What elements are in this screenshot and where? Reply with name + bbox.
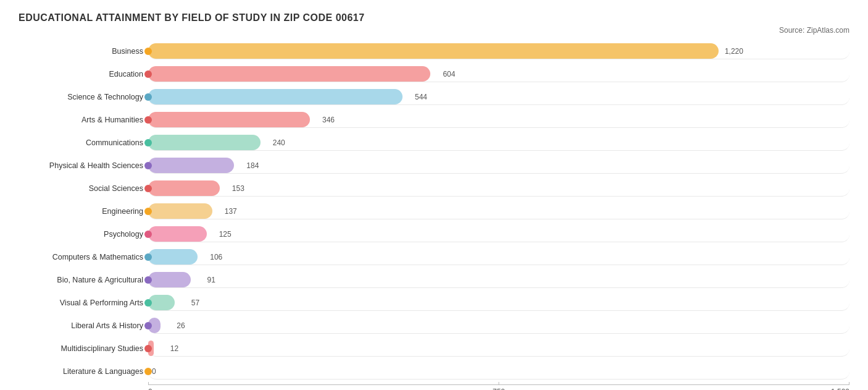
- bar-row: Physical & Health Sciences184: [19, 155, 849, 176]
- bar-value-label: 106: [210, 253, 222, 261]
- bar-dot: [144, 139, 152, 146]
- bar-value-label: 125: [219, 230, 232, 239]
- bar-value-label: 26: [177, 321, 185, 330]
- bar-container: 106: [148, 249, 849, 265]
- bar-row: Liberal Arts & History26: [19, 315, 849, 336]
- bar-container: 184: [148, 158, 849, 174]
- bar-fill: 346: [148, 112, 310, 127]
- bar-row: Bio, Nature & Agricultural91: [19, 269, 849, 290]
- bar-dot: [144, 345, 152, 352]
- bar-dot: [144, 185, 152, 192]
- bar-container: 57: [148, 295, 849, 311]
- bar-value-label: 137: [225, 207, 237, 216]
- bar-value-label: 184: [246, 161, 259, 170]
- bar-fill: 604: [148, 66, 430, 82]
- bar-row: Science & Technology544: [19, 87, 849, 108]
- chart-title: EDUCATIONAL ATTAINMENT BY FIELD OF STUDY…: [19, 12, 849, 23]
- bar-fill: 12: [148, 341, 154, 356]
- bar-label: Psychology: [19, 230, 148, 239]
- bar-row: Engineering137: [19, 201, 849, 222]
- bar-container: 604: [148, 66, 849, 82]
- bar-container: 346: [148, 112, 849, 128]
- bar-container: 12: [148, 341, 849, 357]
- bar-value-label: 240: [273, 138, 285, 147]
- bar-label: Liberal Arts & History: [19, 321, 148, 330]
- bar-fill: 137: [148, 203, 212, 219]
- x-axis-label: 750: [493, 388, 505, 390]
- bar-row: Communications240: [19, 132, 849, 153]
- bar-value-label: 346: [322, 116, 335, 124]
- bar-label: Literature & Languages: [19, 367, 148, 376]
- bar-fill: 106: [148, 249, 198, 265]
- bar-label: Engineering: [19, 207, 148, 216]
- bar-dot: [144, 162, 152, 169]
- bar-container: 125: [148, 226, 849, 242]
- bar-label: Bio, Nature & Agricultural: [19, 276, 148, 284]
- bar-dot: [144, 322, 152, 329]
- bar-label: Science & Technology: [19, 93, 148, 101]
- bar-row: Multidisciplinary Studies12: [19, 338, 849, 359]
- bar-value-label: 604: [443, 70, 455, 78]
- bar-value-label: 91: [207, 276, 215, 284]
- bar-container: 544: [148, 89, 849, 105]
- bar-row: Psychology125: [19, 224, 849, 245]
- bar-label: Computers & Mathematics: [19, 253, 148, 261]
- bar-dot: [144, 48, 152, 55]
- bar-fill: 125: [148, 226, 207, 242]
- bar-dot: [144, 231, 152, 238]
- bar-label: Visual & Performing Arts: [19, 299, 148, 307]
- bar-fill: 1,220: [148, 43, 719, 59]
- bar-container: 137: [148, 203, 849, 219]
- bar-label: Physical & Health Sciences: [19, 161, 148, 170]
- bar-row: Arts & Humanities346: [19, 109, 849, 130]
- bar-fill: 153: [148, 180, 220, 196]
- x-axis: 07501,500: [19, 384, 849, 390]
- bar-value-label: 57: [191, 299, 199, 307]
- bar-fill: 91: [148, 272, 191, 287]
- bar-row: Computers & Mathematics106: [19, 247, 849, 268]
- bar-label: Business: [19, 47, 148, 56]
- bar-container: 26: [148, 318, 849, 334]
- bar-fill: 240: [148, 135, 261, 150]
- bar-label: Education: [19, 70, 148, 78]
- bar-value-label: 153: [232, 184, 244, 193]
- bar-dot: [144, 70, 152, 78]
- bar-row: Business1,220: [19, 41, 849, 62]
- chart-area: Business1,220Education604Science & Techn…: [19, 41, 849, 390]
- bar-dot: [144, 208, 152, 215]
- x-axis-label: 1,500: [831, 388, 849, 390]
- bar-container: 240: [148, 135, 849, 151]
- bar-row: Education604: [19, 64, 849, 85]
- bar-dot: [144, 253, 152, 261]
- bar-fill: 26: [148, 318, 161, 333]
- x-axis-label: 0: [148, 388, 152, 390]
- bar-container: 1,220: [148, 43, 849, 59]
- bar-row: Visual & Performing Arts57: [19, 292, 849, 313]
- bar-dot: [144, 93, 152, 101]
- bar-label: Communications: [19, 138, 148, 147]
- bar-dot: [144, 299, 152, 307]
- bar-value-label: 544: [415, 93, 427, 101]
- bar-fill: 544: [148, 89, 403, 104]
- bar-label: Arts & Humanities: [19, 116, 148, 124]
- bar-container: 153: [148, 180, 849, 197]
- bars-section: Business1,220Education604Science & Techn…: [19, 41, 849, 382]
- bar-row: Literature & Languages0: [19, 361, 849, 382]
- x-axis-container: 07501,500: [148, 384, 849, 390]
- bar-label: Multidisciplinary Studies: [19, 344, 148, 353]
- bar-value-label: 12: [170, 344, 178, 353]
- bar-fill: 57: [148, 295, 175, 310]
- bar-dot: [144, 116, 152, 124]
- bar-container: 0: [148, 363, 849, 379]
- source-label: Source: ZipAtlas.com: [19, 26, 849, 35]
- bar-dot: [144, 368, 152, 375]
- bar-fill: 184: [148, 158, 234, 173]
- bar-label: Social Sciences: [19, 184, 148, 193]
- bar-row: Social Sciences153: [19, 178, 849, 199]
- bar-value-label: 0: [152, 367, 156, 376]
- bar-dot: [144, 276, 152, 284]
- bar-value-label: 1,220: [725, 47, 743, 56]
- bar-container: 91: [148, 272, 849, 288]
